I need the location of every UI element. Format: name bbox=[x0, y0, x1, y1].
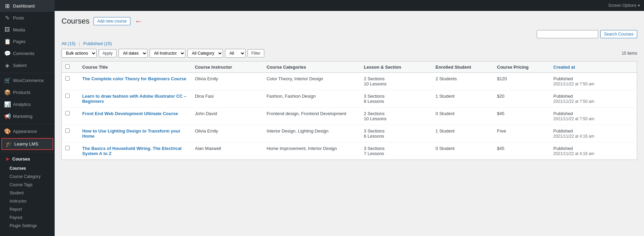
sidebar-item-posts[interactable]: ✎ Posts bbox=[0, 12, 55, 24]
sidebar-item-label: WooCommerce bbox=[13, 78, 44, 83]
row-lesson-cell: 3 Sections7 Lessons bbox=[361, 142, 432, 160]
row-lesson-cell: 3 Sections8 Lessons bbox=[361, 90, 432, 108]
sidebar-item-label: Salient bbox=[13, 63, 27, 68]
row-pricing-cell: $120 bbox=[494, 73, 550, 90]
row-lesson-cell: 2 Sections10 Lessons bbox=[361, 73, 432, 90]
marketing-icon: 📢 bbox=[4, 113, 10, 120]
row-instructor-cell: Olivia Emily bbox=[192, 125, 263, 142]
search-input[interactable] bbox=[537, 30, 598, 38]
instructor-select[interactable]: All Instructor bbox=[150, 49, 185, 58]
sidebar-sub-item-course-tags[interactable]: Course Tags bbox=[0, 181, 55, 189]
header-categories: Course Categories bbox=[263, 61, 361, 73]
media-icon: 🖼 bbox=[4, 27, 10, 33]
row-checkbox-cell bbox=[62, 108, 79, 125]
table-row: Front End Web Development Ultimate Cours… bbox=[62, 108, 637, 125]
row-checkbox-2[interactable] bbox=[65, 111, 70, 115]
dashboard-icon: ⊞ bbox=[4, 3, 10, 9]
page-header: Courses Add new course ← bbox=[61, 16, 637, 26]
row-checkbox-3[interactable] bbox=[65, 128, 70, 133]
sidebar-divider bbox=[0, 73, 55, 73]
row-title-cell: The Complete color Theory for Beginners … bbox=[79, 73, 192, 90]
row-created-cell: Published 2021/11/22 at 4:16 am bbox=[550, 125, 637, 142]
row-checkbox-cell bbox=[62, 142, 79, 160]
sidebar-item-woocommerce[interactable]: 🛒 WooCommerce bbox=[0, 74, 55, 86]
sidebar-divider-2 bbox=[0, 124, 55, 124]
course-title-link-2[interactable]: Front End Web Development Ultimate Cours… bbox=[82, 111, 178, 116]
sidebar-item-media[interactable]: 🖼 Media bbox=[0, 24, 55, 36]
row-created-cell: Published 2021/11/22 at 7:50 am bbox=[550, 73, 637, 90]
header-checkbox-col bbox=[62, 61, 79, 73]
row-checkbox-0[interactable] bbox=[65, 76, 70, 81]
sidebar-item-learny-lms[interactable]: 🎓 Learny LMS bbox=[1, 138, 53, 150]
header-instructor: Course Instructor bbox=[192, 61, 263, 73]
search-courses-button[interactable]: Search Courses bbox=[600, 30, 637, 38]
row-checkbox-1[interactable] bbox=[65, 94, 70, 98]
row-checkbox-4[interactable] bbox=[65, 146, 70, 150]
sidebar-item-marketing[interactable]: 📢 Marketing bbox=[0, 110, 55, 122]
apply-button[interactable]: Apply bbox=[99, 49, 116, 57]
sidebar-item-salient[interactable]: ◈ Salient bbox=[0, 59, 55, 71]
course-title-link-3[interactable]: How to Use Lighting Design to Transform … bbox=[82, 128, 180, 139]
category-select[interactable]: All Category bbox=[187, 49, 223, 58]
sidebar-sub-item-course-category[interactable]: Course Category bbox=[0, 172, 55, 181]
header-created[interactable]: Created at bbox=[550, 61, 637, 73]
sidebar-sub-item-payout[interactable]: Payout bbox=[0, 213, 55, 222]
row-categories-cell: Home Improvement, Interior Design bbox=[263, 142, 361, 160]
sidebar-item-label: Comments bbox=[13, 51, 34, 56]
table-header: Course Title Course Instructor Course Ca… bbox=[62, 61, 637, 73]
sidebar-sub-item-student[interactable]: Student bbox=[0, 189, 55, 197]
add-new-course-button[interactable]: Add new course bbox=[94, 17, 130, 25]
row-created-cell: Published 2021/11/22 at 7:50 am bbox=[550, 108, 637, 125]
sidebar-item-analytics[interactable]: 📊 Analytics bbox=[0, 98, 55, 110]
sidebar-item-products[interactable]: 📦 Products bbox=[0, 86, 55, 98]
sidebar-item-appearance[interactable]: 🎨 Appearance bbox=[0, 125, 55, 137]
all-select[interactable]: All bbox=[225, 49, 246, 58]
topbar: Screen Options ▾ bbox=[55, 0, 644, 11]
row-checkbox-cell bbox=[62, 90, 79, 108]
posts-icon: ✎ bbox=[4, 15, 10, 21]
learny-lms-icon: 🎓 bbox=[5, 141, 12, 147]
row-title-cell: The Basics of Household Wiring. The Elec… bbox=[79, 142, 192, 160]
screen-options-button[interactable]: Screen Options ▾ bbox=[608, 3, 640, 8]
sidebar-item-comments[interactable]: 💬 Comments bbox=[0, 47, 55, 59]
course-title-link-0[interactable]: The Complete color Theory for Beginners … bbox=[82, 76, 186, 81]
dates-select[interactable]: All dates bbox=[118, 49, 148, 58]
sidebar: ⊞ Dashboard ✎ Posts 🖼 Media 📋 Pages 💬 Co… bbox=[0, 0, 55, 236]
row-checkbox-cell bbox=[62, 73, 79, 90]
bulk-actions-select[interactable]: Bulk actions bbox=[61, 49, 97, 58]
comments-icon: 💬 bbox=[4, 50, 10, 57]
arrow-indicator: ← bbox=[135, 16, 143, 26]
row-categories-cell: Interior Design, Lighting Design bbox=[263, 125, 361, 142]
header-lesson: Lesson & Section bbox=[361, 61, 432, 73]
sidebar-sub-item-report[interactable]: Report bbox=[0, 205, 55, 213]
filter-all-link[interactable]: All (15) bbox=[61, 41, 77, 46]
row-lesson-cell: 3 Sections6 Lessons bbox=[361, 125, 432, 142]
sidebar-item-dashboard[interactable]: ⊞ Dashboard bbox=[0, 0, 55, 12]
filter-button[interactable]: Filter bbox=[248, 49, 264, 57]
row-categories-cell: Frontend design, Frontend Development bbox=[263, 108, 361, 125]
row-instructor-cell: Alan Maxwell bbox=[192, 142, 263, 160]
sidebar-sub-item-courses[interactable]: Courses bbox=[0, 164, 55, 172]
header-enrolled: Enrolled Student bbox=[432, 61, 494, 73]
table-row: Learn to draw fashion with Adobe Illustr… bbox=[62, 90, 637, 108]
sidebar-item-pages[interactable]: 📋 Pages bbox=[0, 36, 55, 47]
sidebar-item-label: Marketing bbox=[13, 114, 32, 119]
row-pricing-cell: $20 bbox=[494, 90, 550, 108]
main-area: Screen Options ▾ Courses Add new course … bbox=[55, 0, 644, 236]
row-lesson-cell: 2 Sections10 Lessons bbox=[361, 108, 432, 125]
row-checkbox-cell bbox=[62, 125, 79, 142]
select-all-checkbox[interactable] bbox=[65, 64, 70, 69]
sidebar-sub-item-instructor[interactable]: Instructor bbox=[0, 197, 55, 205]
filter-published-link[interactable]: Published (15) bbox=[83, 41, 112, 46]
row-title-cell: Learn to draw fashion with Adobe Illustr… bbox=[79, 90, 192, 108]
row-pricing-cell: $45 bbox=[494, 108, 550, 125]
row-enrolled-cell: 0 Student bbox=[432, 108, 494, 125]
row-enrolled-cell: 2 Students bbox=[432, 73, 494, 90]
course-title-link-4[interactable]: The Basics of Household Wiring. The Elec… bbox=[82, 146, 182, 156]
row-title-cell: How to Use Lighting Design to Transform … bbox=[79, 125, 192, 142]
course-title-link-1[interactable]: Learn to draw fashion with Adobe Illustr… bbox=[82, 94, 186, 104]
items-count: 15 items bbox=[622, 51, 637, 56]
sidebar-sub-item-plugin-settings[interactable]: Plugin Settings bbox=[0, 222, 55, 230]
row-pricing-cell: $45 bbox=[494, 142, 550, 160]
page-title: Courses bbox=[61, 17, 89, 26]
